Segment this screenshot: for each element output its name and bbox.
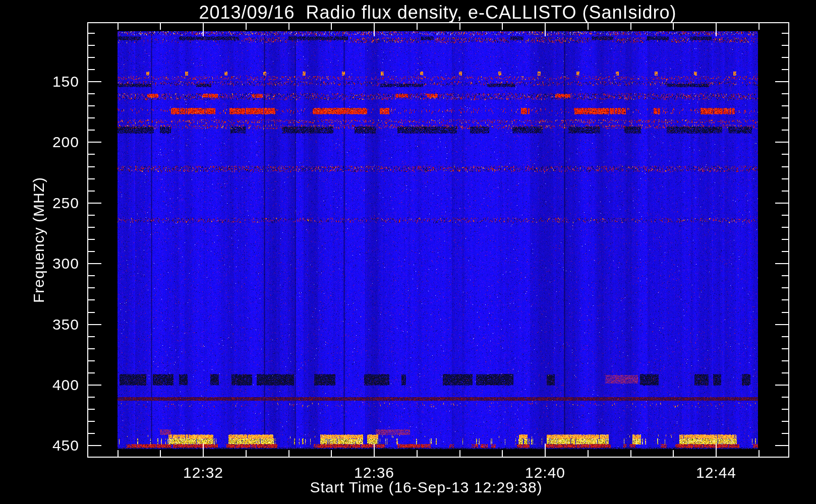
y-tick-label: 450 — [52, 437, 79, 454]
spectrogram-figure: 2013/09/16 Radio flux density, e-CALLIST… — [0, 0, 816, 504]
y-tick-label: 400 — [52, 376, 79, 394]
y-tick-label: 200 — [52, 134, 79, 151]
x-tick-label: 12:44 — [696, 464, 736, 481]
x-tick-label: 12:32 — [183, 464, 223, 481]
y-tick-label: 350 — [52, 316, 79, 333]
y-axis-title: Frequency (MHZ) — [30, 177, 47, 303]
spectrogram-canvas — [0, 0, 816, 504]
y-tick-label: 300 — [52, 255, 79, 272]
y-tick-label: 250 — [52, 195, 79, 212]
x-axis-title: Start Time (16-Sep-13 12:29:38) — [310, 479, 542, 496]
chart-title: 2013/09/16 Radio flux density, e-CALLIST… — [199, 2, 676, 23]
y-tick-label: 150 — [52, 73, 79, 90]
x-tick-label: 12:40 — [525, 464, 565, 481]
x-tick-label: 12:36 — [354, 464, 394, 481]
